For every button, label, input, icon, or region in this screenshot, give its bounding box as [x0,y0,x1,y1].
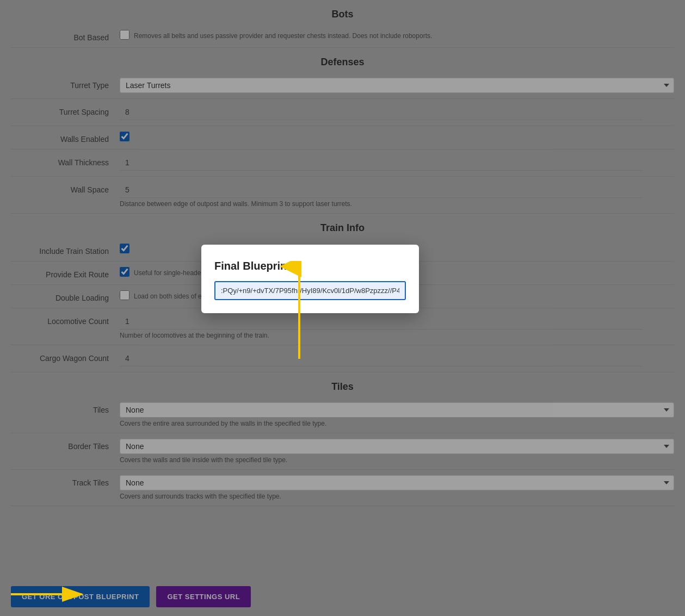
page-wrapper: Bots Bot Based Removes all belts and use… [0,0,685,616]
modal-title: Final Blueprint [214,260,406,272]
modal-url-input[interactable] [214,281,406,300]
modal-box: Final Blueprint [201,245,419,313]
modal-overlay: Final Blueprint [0,0,685,616]
arrow-right-annotation [5,578,92,611]
